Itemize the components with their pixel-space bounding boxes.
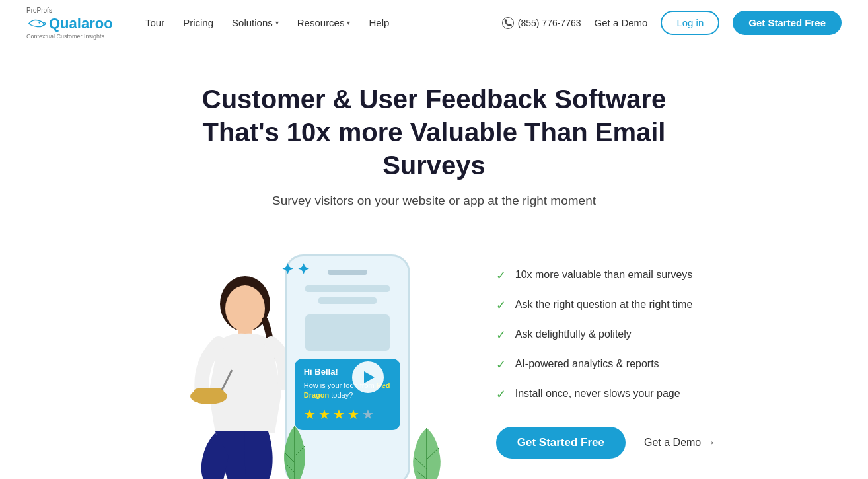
feature-item-5: ✓ Install once, never slows your page bbox=[496, 387, 716, 402]
arrow-icon: → bbox=[705, 437, 715, 449]
cta-buttons: Get Started Free Get a Demo → bbox=[496, 427, 716, 459]
hero-title: Customer & User Feedback Software That's… bbox=[186, 83, 682, 182]
star-1: ★ bbox=[304, 406, 316, 422]
phone-bar-2 bbox=[318, 297, 377, 304]
nav-get-demo[interactable]: Get a Demo bbox=[595, 17, 648, 28]
phone-number: (855) 776-7763 bbox=[518, 18, 581, 28]
nav-right: 📞 (855) 776-7763 Get a Demo Log in Get S… bbox=[502, 11, 842, 35]
check-icon: ✓ bbox=[496, 268, 506, 283]
hero-subtitle: Survey visitors on your website or app a… bbox=[26, 194, 842, 208]
features-area: ✓ 10x more valuable than email surveys ✓… bbox=[496, 248, 716, 459]
feature-text-4: AI-powered analytics & reports bbox=[515, 357, 659, 371]
feature-item-2: ✓ Ask the right question at the right ti… bbox=[496, 297, 716, 313]
nav-pricing[interactable]: Pricing bbox=[183, 17, 213, 28]
chevron-down-icon: ▾ bbox=[275, 19, 279, 26]
survey-bubble: Hi Bella! How is your food from Red Drag… bbox=[295, 359, 400, 430]
feature-text-5: Install once, never slows your page bbox=[515, 387, 680, 401]
feature-text-2: Ask the right question at the right time bbox=[515, 297, 693, 312]
nav-tour[interactable]: Tour bbox=[145, 17, 164, 28]
phone-notch bbox=[328, 270, 367, 275]
nav-solutions[interactable]: Solutions ▾ bbox=[232, 17, 279, 28]
leaf-left-icon bbox=[268, 423, 321, 479]
hero-section: Customer & User Feedback Software That's… bbox=[0, 46, 868, 248]
star-2: ★ bbox=[318, 406, 330, 422]
svg-point-0 bbox=[38, 22, 40, 23]
phone-area: 📞 (855) 776-7763 bbox=[502, 17, 581, 29]
nav-get-started-button[interactable]: Get Started Free bbox=[733, 11, 842, 35]
feature-text-1: 10x more valuable than email surveys bbox=[515, 268, 693, 282]
phone-bar-1 bbox=[305, 285, 390, 292]
nav-resources[interactable]: Resources ▾ bbox=[297, 17, 351, 28]
chevron-down-icon: ▾ bbox=[347, 19, 350, 26]
illustration-area: Hi Bella! How is your food from Red Drag… bbox=[153, 248, 456, 479]
navbar: ProProfs Qualaroo Contextual Customer In… bbox=[0, 0, 868, 46]
star-rating[interactable]: ★ ★ ★ ★ ★ bbox=[304, 406, 391, 422]
feature-item-4: ✓ AI-powered analytics & reports bbox=[496, 357, 716, 372]
cta-get-started-button[interactable]: Get Started Free bbox=[496, 427, 626, 459]
nav-links: Tour Pricing Solutions ▾ Resources ▾ Hel… bbox=[145, 17, 502, 28]
sparkle-decoration: ✦ ✦ bbox=[281, 261, 309, 278]
star-3: ★ bbox=[333, 406, 345, 422]
cta-demo-label: Get a Demo bbox=[644, 437, 701, 449]
play-triangle-icon bbox=[364, 371, 375, 383]
content-area: Hi Bella! How is your food from Red Drag… bbox=[38, 248, 830, 479]
feature-item-3: ✓ Ask delightfully & politely bbox=[496, 327, 716, 342]
svg-point-2 bbox=[225, 285, 265, 332]
star-4: ★ bbox=[347, 406, 359, 422]
phone-image-placeholder bbox=[305, 314, 390, 351]
phone-icon: 📞 bbox=[502, 17, 514, 29]
cta-get-demo-link[interactable]: Get a Demo → bbox=[644, 437, 715, 449]
check-icon: ✓ bbox=[496, 298, 506, 313]
check-icon: ✓ bbox=[496, 387, 506, 402]
svg-rect-5 bbox=[194, 388, 224, 398]
play-button[interactable] bbox=[351, 360, 385, 394]
star-5: ★ bbox=[362, 406, 374, 422]
logo-tagline: Contextual Customer Insights bbox=[26, 33, 119, 40]
proprofs-label: ProProfs bbox=[26, 7, 119, 14]
qualaroo-logo-icon bbox=[26, 18, 46, 30]
feature-text-3: Ask delightfully & politely bbox=[515, 327, 632, 342]
feature-item-1: ✓ 10x more valuable than email surveys bbox=[496, 268, 716, 283]
check-icon: ✓ bbox=[496, 328, 506, 342]
leaf-right-icon bbox=[400, 426, 453, 479]
nav-help[interactable]: Help bbox=[369, 17, 389, 28]
brand-name: Qualaroo bbox=[26, 15, 119, 32]
login-button[interactable]: Log in bbox=[661, 11, 719, 35]
check-icon: ✓ bbox=[496, 357, 506, 372]
logo[interactable]: ProProfs Qualaroo Contextual Customer In… bbox=[26, 7, 119, 40]
